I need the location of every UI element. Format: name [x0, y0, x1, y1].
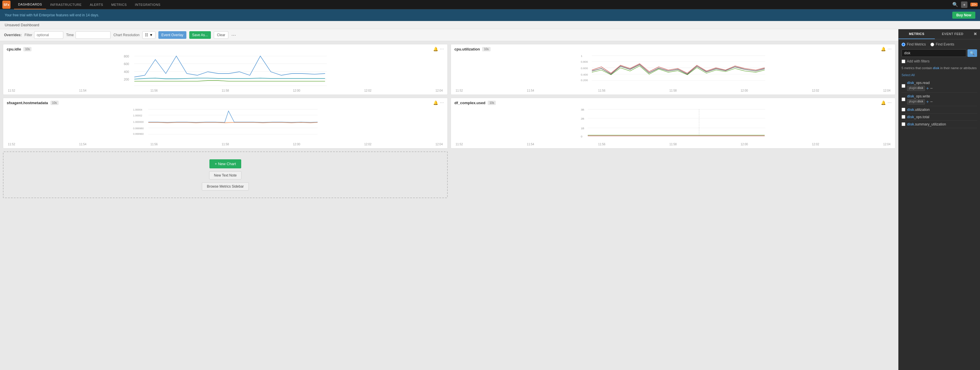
- save-as-button[interactable]: Save As...: [189, 31, 211, 39]
- chart-svg-sfxagent: 1.00004 1.00002 1.000000 0.999980 0.9999…: [7, 106, 444, 141]
- svg-text:2B: 2B: [581, 117, 584, 120]
- event-overlay-button[interactable]: Event Overlay: [158, 31, 186, 39]
- metric-minus-disk-ops-read[interactable]: −: [930, 86, 933, 91]
- nav-item-integrations[interactable]: INTEGRATIONS: [130, 0, 164, 10]
- chart-svg-df-complex: 3B 2B 1B 0: [454, 106, 892, 141]
- metric-checkbox-disk-ops-write[interactable]: [902, 97, 905, 101]
- chart-header-sfxagent: sfxagent.hostmetadata 10s 🔔 ⋯: [3, 98, 447, 106]
- nav-item-infrastructure[interactable]: INFRASTRUCTURE: [46, 0, 86, 10]
- add-filter-checkbox[interactable]: [902, 59, 905, 63]
- clear-button[interactable]: Clear: [214, 31, 229, 39]
- radio-find-events-input[interactable]: [931, 43, 934, 46]
- more-icon[interactable]: ⋯: [440, 100, 444, 105]
- metrics-search-button[interactable]: 🔍: [967, 49, 977, 57]
- svg-text:3B: 3B: [581, 108, 584, 111]
- metric-item-disk-ops-read: disk_ops.read plugin:disk + −: [902, 80, 977, 93]
- search-icon-btn[interactable]: 🔍: [952, 2, 958, 7]
- select-all-link[interactable]: Select All: [902, 73, 915, 77]
- chart-card-cpu-utilization: cpu.utilization 10s 🔔 ⋯ 1 0.800 0.600 0.…: [450, 44, 896, 95]
- metric-plus-disk-ops-write[interactable]: +: [926, 99, 929, 104]
- trial-bar: Your free trial with full Enterprise fea…: [0, 10, 980, 21]
- chart-res-icon: ☷: [145, 33, 148, 37]
- metric-plus-disk-ops-read[interactable]: +: [926, 86, 929, 91]
- svg-text:0.400: 0.400: [581, 73, 588, 76]
- svg-text:1B: 1B: [581, 127, 584, 130]
- right-sidebar: METRICS EVENT FEED ✖ Find Metrics Find E…: [898, 29, 980, 370]
- browse-metrics-sidebar-button[interactable]: Browse Metrics Sidebar: [202, 182, 249, 191]
- filter-group: Filter: [24, 31, 63, 39]
- nav-item-alerts[interactable]: ALERTS: [86, 0, 107, 10]
- time-group: Time: [66, 31, 111, 39]
- filter-input[interactable]: [34, 31, 63, 39]
- radio-find-events[interactable]: Find Events: [931, 42, 954, 46]
- buy-now-button[interactable]: Buy Now: [952, 12, 975, 19]
- chart-resolution-button[interactable]: ☷ ▼: [142, 31, 156, 39]
- new-item-button[interactable]: +: [961, 2, 967, 8]
- metric-tag-plugin-disk: plugin:disk: [907, 86, 925, 91]
- metric-checkbox-disk-summary[interactable]: [902, 122, 905, 126]
- chart-title-sfxagent: sfxagent.hostmetadata: [7, 100, 48, 105]
- chart-interval-df-complex: 10s: [488, 100, 496, 105]
- metric-item-disk-ops-total: disk_ops.total: [902, 113, 977, 121]
- metric-checkbox-disk-ops-total[interactable]: [902, 115, 905, 119]
- nav-right: 🔍 + 10+: [952, 2, 978, 8]
- nav-item-metrics[interactable]: METRICS: [107, 0, 130, 10]
- metric-tags-disk-ops-write: plugin:disk + −: [907, 99, 977, 104]
- chart-title-cpu-utilization: cpu.utilization: [454, 47, 480, 51]
- dashboard-header: Unsaved Dashboard: [0, 21, 980, 29]
- more-icon[interactable]: ⋯: [440, 47, 444, 51]
- chart-actions-cpu-utilization: 🔔 ⋯: [881, 47, 892, 51]
- metric-tag-plugin-disk-write: plugin:disk: [907, 99, 925, 104]
- add-filter-row[interactable]: Add with filters: [902, 59, 977, 63]
- add-filter-label: Add with filters: [907, 59, 929, 63]
- bell-icon[interactable]: 🔔: [433, 47, 438, 51]
- svg-text:0.999980: 0.999980: [133, 127, 144, 130]
- top-nav: SFx DASHBOARDS INFRASTRUCTURE ALERTS MET…: [0, 0, 980, 10]
- chevron-down-icon: ▼: [150, 33, 153, 37]
- bell-icon[interactable]: 🔔: [881, 47, 886, 51]
- chart-title-cpu-idle: cpu.idle: [7, 47, 21, 51]
- chart-body-df-complex: 3B 2B 1B 0: [451, 106, 895, 148]
- svg-text:0.999960: 0.999960: [133, 132, 144, 136]
- dashboard-title: Unsaved Dashboard: [5, 23, 40, 27]
- new-chart-button[interactable]: + New Chart: [209, 159, 241, 168]
- bell-icon[interactable]: 🔔: [881, 100, 886, 105]
- svg-text:0.200: 0.200: [581, 78, 588, 82]
- nav-item-dashboards[interactable]: DASHBOARDS: [14, 0, 46, 10]
- bell-icon[interactable]: 🔔: [433, 100, 438, 105]
- more-options-button[interactable]: ⋯: [231, 32, 236, 38]
- more-icon[interactable]: ⋯: [888, 100, 892, 105]
- metric-checkbox-disk-ops-read[interactable]: [902, 84, 905, 88]
- chart-actions-df-complex: 🔔 ⋯: [881, 100, 892, 105]
- metric-item-disk-summary: disk.summary_utilization: [902, 121, 977, 128]
- sidebar-close-button[interactable]: ✖: [970, 29, 980, 39]
- metric-tags-disk-ops-read: plugin:disk + −: [907, 86, 977, 91]
- chart-body-cpu-utilization: 1 0.800 0.600 0.400 0.200: [451, 53, 895, 94]
- overrides-label: Overrides:: [4, 33, 22, 37]
- chart-svg-cpu-utilization: 1 0.800 0.600 0.400 0.200: [454, 53, 892, 88]
- radio-find-events-label: Find Events: [935, 42, 954, 46]
- radio-find-metrics-label: Find Metrics: [907, 42, 926, 46]
- chart-header-df-complex: df_complex.used 10s 🔔 ⋯: [451, 98, 895, 106]
- more-icon[interactable]: ⋯: [888, 47, 892, 51]
- chart-header-cpu-utilization: cpu.utilization 10s 🔔 ⋯: [451, 45, 895, 53]
- svg-text:0.800: 0.800: [581, 60, 588, 63]
- sidebar-content: Find Metrics Find Events 🔍 Add with filt…: [899, 39, 980, 370]
- metric-name-disk-ops-total: disk_ops.total: [907, 115, 977, 119]
- metric-minus-disk-ops-write[interactable]: −: [930, 99, 933, 104]
- add-widget-area: + New Chart New Text Note Browse Metrics…: [3, 152, 448, 198]
- new-text-note-button[interactable]: New Text Note: [209, 171, 242, 179]
- radio-find-metrics-input[interactable]: [902, 43, 905, 46]
- tab-metrics[interactable]: METRICS: [899, 29, 935, 39]
- results-info: 5 metrics that contain disk in their nam…: [902, 65, 977, 71]
- svg-text:200: 200: [124, 78, 129, 81]
- chart-interval-cpu-utilization: 10s: [482, 47, 490, 51]
- time-input[interactable]: [76, 31, 111, 39]
- chart-card-sfxagent: sfxagent.hostmetadata 10s 🔔 ⋯ 1.00004 1.…: [3, 98, 448, 148]
- metrics-search-input[interactable]: [902, 49, 966, 57]
- metrics-list: disk_ops.read plugin:disk + − disk_ops.w…: [902, 80, 977, 128]
- radio-find-metrics[interactable]: Find Metrics: [902, 42, 926, 46]
- svg-text:800: 800: [124, 54, 129, 58]
- tab-event-feed[interactable]: EVENT FEED: [935, 29, 971, 39]
- metric-checkbox-disk-utilization[interactable]: [902, 108, 905, 112]
